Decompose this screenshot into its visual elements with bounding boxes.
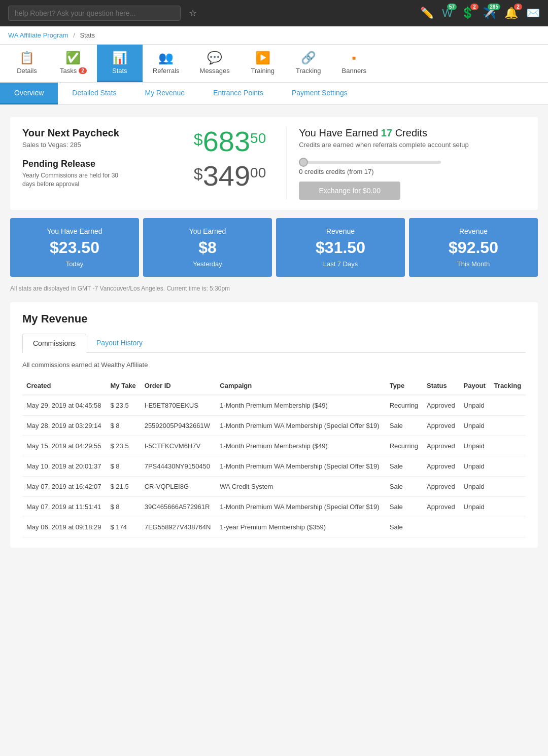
cell-campaign: 1-Month Premium WA Membership (Special O… [216, 497, 385, 517]
tab-tracking[interactable]: 🔗 Tracking [286, 45, 331, 82]
cell-campaign: 1-Month Premium Membership ($49) [216, 436, 385, 456]
mail-button[interactable]: ✉️ [526, 7, 540, 20]
cell-payout: Unpaid [460, 456, 490, 477]
tab-tracking-label: Tracking [296, 67, 321, 75]
cell-status: Approved [423, 497, 460, 517]
month-amount: $92.50 [417, 238, 530, 257]
subtab-entrance-points[interactable]: Entrance Points [199, 83, 278, 104]
commission-tabs: Commissions Payout History [22, 334, 526, 353]
subtab-my-revenue[interactable]: My Revenue [131, 83, 199, 104]
cell-order-id: CR-VQPLEI8G [141, 477, 216, 497]
month-period: This Month [417, 260, 530, 268]
cell-type: Sale [386, 497, 423, 517]
credits-num-val: 17 [381, 127, 392, 138]
tab-tasks[interactable]: ✅ Tasks 2 [50, 45, 97, 82]
col-status: Status [423, 377, 460, 395]
today-amount: $23.50 [18, 238, 131, 257]
cell-my-take: $ 21.5 [106, 477, 140, 497]
paycheck-section: Your Next Paycheck Sales to Vegas: 285 P… [10, 117, 538, 210]
bell-badge: 2 [514, 4, 522, 10]
tab-tasks-label: Tasks 2 [60, 67, 87, 75]
cell-campaign: 1-Month Premium Membership ($49) [216, 395, 385, 416]
commission-table: Created My Take Order ID Campaign Type S… [22, 377, 526, 537]
table-header-row: Created My Take Order ID Campaign Type S… [22, 377, 526, 395]
tabs-bar: 📋 Details ✅ Tasks 2 📊 Stats 👥 Referrals … [0, 45, 548, 83]
cell-type: Sale [386, 456, 423, 477]
col-my-take: My Take [106, 377, 140, 395]
tab-messages[interactable]: 💬 Messages [190, 45, 240, 82]
commission-tab-commissions[interactable]: Commissions [22, 334, 86, 353]
subtab-payment-settings[interactable]: Payment Settings [278, 83, 362, 104]
dollar-button[interactable]: 💲 2 [461, 7, 474, 20]
table-row: May 07, 2019 at 11:51:41 $ 8 39C465666A5… [22, 497, 526, 517]
training-icon: ▶️ [255, 51, 270, 65]
tab-training[interactable]: ▶️ Training [240, 45, 286, 82]
col-type: Type [386, 377, 423, 395]
community-button[interactable]: W 57 [442, 7, 453, 20]
credits-count: 0 credits credits (from 17) [299, 168, 526, 175]
star-icon[interactable]: ☆ [189, 8, 197, 19]
tasks-icon: ✅ [65, 51, 81, 65]
stats-icon: 📊 [112, 51, 127, 65]
cell-my-take: $ 8 [106, 497, 140, 517]
cell-tracking [490, 477, 526, 497]
cell-order-id: 7EG558927V438764N [141, 517, 216, 537]
col-created: Created [22, 377, 106, 395]
cell-payout: Unpaid [460, 477, 490, 497]
cell-type: Sale [386, 477, 423, 497]
breadcrumb: WA Affiliate Program / Stats [0, 26, 548, 45]
exchange-button[interactable]: Exchange for $0.00 [299, 182, 400, 200]
cell-my-take: $ 8 [106, 416, 140, 436]
paycheck-amount: $68350 [194, 127, 266, 156]
7days-period: Last 7 Days [284, 260, 397, 268]
tab-details-label: Details [17, 67, 37, 75]
cell-created: May 28, 2019 at 03:29:14 [22, 416, 106, 436]
my-revenue-section: My Revenue Commissions Payout History Al… [10, 302, 538, 548]
search-input[interactable] [8, 6, 181, 21]
tasks-badge: 2 [79, 67, 87, 74]
cell-payout: Unpaid [460, 436, 490, 456]
tracking-icon: 🔗 [301, 51, 316, 65]
credits-title-suffix: Credits [395, 127, 427, 138]
cell-type: Sale [386, 517, 423, 537]
col-tracking: Tracking [490, 377, 526, 395]
revenue-card-7days: Revenue $31.50 Last 7 Days [276, 218, 405, 277]
paycheck-amounts: $68350 $34900 [194, 127, 266, 190]
pending-cents: 00 [250, 166, 266, 180]
tab-banners-label: Banners [342, 67, 366, 75]
cell-status: Approved [423, 456, 460, 477]
breadcrumb-link[interactable]: WA Affiliate Program [8, 31, 68, 39]
edit-button[interactable]: ✏️ [420, 7, 434, 20]
tab-referrals[interactable]: 👥 Referrals [143, 45, 190, 82]
tab-details[interactable]: 📋 Details [4, 45, 50, 82]
cell-status [423, 517, 460, 537]
bell-button[interactable]: 🔔 2 [504, 7, 518, 20]
cell-payout: Unpaid [460, 497, 490, 517]
cell-payout [460, 517, 490, 537]
flight-button[interactable]: ✈️ 285 [483, 7, 496, 20]
credits-slider[interactable] [299, 161, 441, 164]
dollar-badge: 2 [470, 4, 478, 10]
cell-created: May 07, 2019 at 11:51:41 [22, 497, 106, 517]
col-campaign: Campaign [216, 377, 385, 395]
cell-tracking [490, 497, 526, 517]
subtab-detailed-stats[interactable]: Detailed Stats [58, 83, 130, 104]
mail-icon: ✉️ [526, 7, 540, 19]
cell-order-id: I-E5ET870EEKUS [141, 395, 216, 416]
tab-banners[interactable]: ▪️ Banners [331, 45, 377, 82]
table-row: May 07, 2019 at 16:42:07 $ 21.5 CR-VQPLE… [22, 477, 526, 497]
tab-referrals-label: Referrals [153, 67, 180, 75]
cell-type: Recurring [386, 436, 423, 456]
commission-tab-payout[interactable]: Payout History [86, 334, 153, 352]
tab-stats[interactable]: 📊 Stats [97, 45, 143, 82]
yesterday-label: You Earned [151, 227, 264, 235]
topbar-icons: ✏️ W 57 💲 2 ✈️ 285 🔔 2 ✉️ [420, 7, 540, 20]
cell-status: Approved [423, 416, 460, 436]
today-period: Today [18, 260, 131, 268]
subtab-overview[interactable]: Overview [0, 83, 58, 104]
yesterday-period: Yesterday [151, 260, 264, 268]
cell-created: May 06, 2019 at 09:18:29 [22, 517, 106, 537]
paycheck-subtitle: Sales to Vegas: 285 [22, 141, 174, 149]
7days-label: Revenue [284, 227, 397, 235]
cell-my-take: $ 174 [106, 517, 140, 537]
